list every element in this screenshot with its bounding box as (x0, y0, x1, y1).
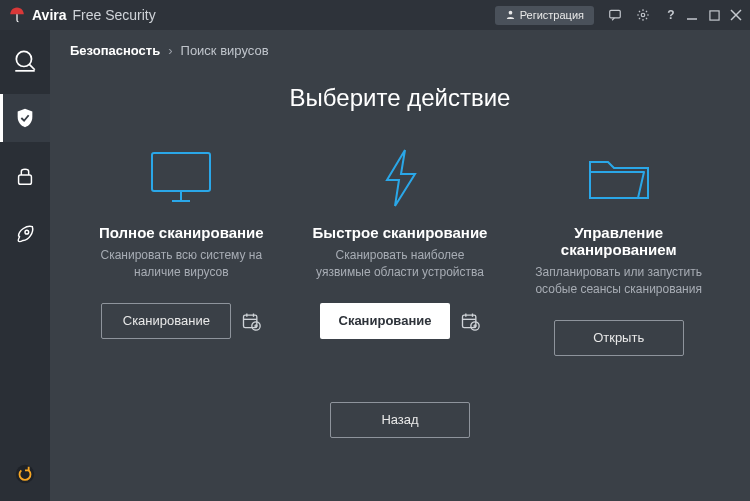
svg-rect-10 (19, 175, 32, 184)
sidebar-item-performance[interactable] (0, 210, 50, 258)
scan-options: Полное сканирование Сканировать всю сист… (50, 142, 750, 356)
main-content: Безопасность › Поиск вирусов Выберите де… (50, 30, 750, 501)
svg-rect-4 (709, 10, 718, 19)
titlebar-actions: ? (608, 8, 678, 22)
svg-rect-13 (152, 153, 210, 191)
card-title: Быстрое сканирование (313, 224, 488, 241)
svg-rect-1 (610, 10, 621, 18)
app-identity: Avira Free Security (8, 6, 156, 24)
user-icon (505, 9, 516, 22)
feedback-icon[interactable] (608, 8, 622, 22)
svg-point-11 (25, 230, 29, 234)
breadcrumb-current: Поиск вирусов (181, 43, 269, 58)
help-icon[interactable]: ? (664, 8, 678, 22)
card-title: Управление сканированием (523, 224, 714, 258)
maximize-button[interactable] (708, 9, 720, 21)
umbrella-icon (8, 6, 26, 24)
sidebar (0, 30, 50, 501)
breadcrumb-root[interactable]: Безопасность (70, 43, 160, 58)
title-bar: Avira Free Security Регистрация ? (0, 0, 750, 30)
full-scan-button[interactable]: Сканирование (101, 303, 231, 339)
breadcrumb: Безопасность › Поиск вирусов (50, 30, 750, 70)
back-button[interactable]: Назад (330, 402, 470, 438)
manage-scan-button[interactable]: Открыть (554, 320, 684, 356)
svg-point-7 (16, 51, 31, 66)
sidebar-item-security[interactable] (0, 94, 50, 142)
sidebar-item-status[interactable] (0, 36, 50, 84)
sidebar-item-privacy[interactable] (0, 152, 50, 200)
card-full-scan: Полное сканирование Сканировать всю сист… (80, 142, 283, 356)
svg-point-0 (508, 10, 512, 14)
card-quick-scan: Быстрое сканирование Сканировать наиболе… (299, 142, 502, 356)
monitor-icon (146, 142, 216, 214)
register-button[interactable]: Регистрация (495, 6, 594, 25)
gear-icon[interactable] (636, 8, 650, 22)
svg-line-8 (29, 64, 34, 69)
schedule-icon[interactable] (460, 311, 480, 331)
minimize-button[interactable] (686, 9, 698, 21)
window-controls (686, 9, 742, 21)
close-button[interactable] (730, 9, 742, 21)
page-title: Выберите действие (50, 84, 750, 112)
card-desc: Запланировать или запустить особые сеанс… (529, 264, 709, 298)
chevron-right-icon: › (168, 43, 172, 58)
lightning-icon (377, 142, 423, 214)
schedule-icon[interactable] (241, 311, 261, 331)
svg-point-2 (641, 13, 645, 17)
card-manage-scan: Управление сканированием Запланировать и… (517, 142, 720, 356)
sidebar-item-refresh[interactable] (14, 463, 36, 489)
register-label: Регистрация (520, 9, 584, 21)
folder-icon (584, 142, 654, 214)
quick-scan-button[interactable]: Сканирование (320, 303, 450, 339)
card-desc: Сканировать наиболее уязвимые области ус… (310, 247, 490, 281)
card-title: Полное сканирование (99, 224, 264, 241)
card-desc: Сканировать всю систему на наличие вирус… (91, 247, 271, 281)
app-brand: Avira (32, 7, 67, 23)
app-product: Free Security (73, 7, 156, 23)
